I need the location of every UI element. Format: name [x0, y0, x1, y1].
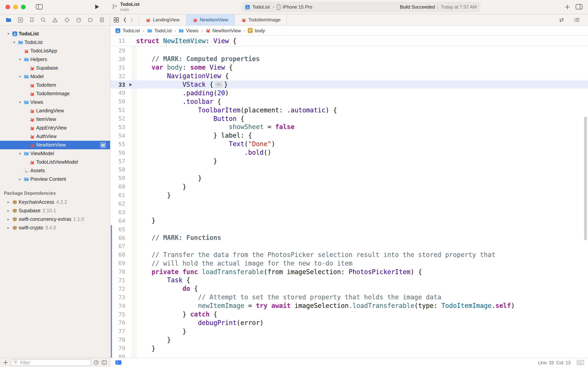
line-number[interactable]: 54 — [110, 133, 128, 139]
line-number[interactable]: 30 — [110, 56, 128, 62]
jumpbar-item-NewItemView[interactable]: NewItemView — [205, 28, 241, 33]
tree-item-LandingView[interactable]: LandingView — [0, 107, 110, 115]
line-number[interactable]: 72 — [110, 286, 128, 292]
line-number[interactable]: 62 — [110, 200, 128, 207]
source-control-navigator-tab[interactable] — [17, 17, 23, 23]
code-line-64[interactable]: 64 } — [110, 217, 588, 225]
code-line-52[interactable]: 52 Button { — [110, 114, 588, 123]
line-number[interactable]: 77 — [110, 328, 128, 334]
fold-ribbon-cell[interactable] — [128, 208, 134, 217]
code-line-77[interactable]: 77 } — [110, 327, 588, 336]
activity-view[interactable]: TodoList › iPhone 15 Pro Build Succeeded… — [241, 2, 481, 12]
line-number[interactable]: 75 — [110, 311, 128, 317]
code-line-58[interactable]: 58 — [110, 166, 588, 174]
code-line-75[interactable]: 75 } catch { — [110, 310, 588, 319]
fold-ribbon-cell[interactable] — [128, 63, 134, 72]
line-number[interactable]: 70 — [110, 269, 128, 275]
code-line-55[interactable]: 55 Text("Done") — [110, 140, 588, 149]
scheme-selector[interactable]: TodoList main — [112, 1, 140, 12]
line-number[interactable]: 29 — [110, 47, 128, 54]
run-button[interactable] — [94, 4, 100, 10]
fold-ribbon-cell[interactable] — [128, 310, 134, 319]
fold-ribbon-cell[interactable] — [128, 259, 134, 268]
line-number[interactable]: 65 — [110, 226, 128, 232]
add-file-button[interactable] — [3, 360, 8, 365]
line-number[interactable]: 66 — [110, 235, 128, 241]
fold-ribbon-cell[interactable] — [128, 157, 134, 166]
line-number[interactable]: 80 — [110, 354, 128, 358]
code-line-63[interactable]: 63 — [110, 208, 588, 217]
tree-item-AppEntryView[interactable]: AppEntryView — [0, 124, 110, 132]
fold-ribbon-cell[interactable] — [128, 80, 134, 89]
tree-item-Helpers[interactable]: ▾Helpers — [0, 55, 110, 64]
code-line-53[interactable]: 53 showSheet = false — [110, 123, 588, 131]
fold-ribbon-cell[interactable] — [128, 217, 134, 225]
bookmarks-navigator-tab[interactable] — [29, 17, 35, 23]
code-line-73[interactable]: 73 // Attempt to set the stored property… — [110, 293, 588, 302]
fold-ribbon-cell[interactable] — [128, 174, 134, 183]
line-number[interactable]: 76 — [110, 320, 128, 326]
folded-code-badge[interactable]: ⋯ — [215, 82, 222, 87]
code-line-69[interactable]: 69 // will hold the actual image for the… — [110, 259, 588, 268]
fold-ribbon-cell[interactable] — [128, 250, 134, 259]
issues-navigator-tab[interactable] — [52, 17, 58, 23]
code-line-57[interactable]: 57 } — [110, 157, 588, 166]
code-line-56[interactable]: 56 .bold() — [110, 148, 588, 157]
fold-ribbon-cell[interactable] — [128, 336, 134, 344]
line-number[interactable]: 71 — [110, 277, 128, 284]
line-number[interactable]: 52 — [110, 116, 128, 122]
disclosure-triangle[interactable]: ▾ — [17, 58, 23, 61]
tree-item-TodoItemImage[interactable]: TodoItemImage — [0, 89, 110, 98]
fold-ribbon-cell[interactable] — [128, 267, 134, 276]
fold-ribbon-cell[interactable] — [128, 191, 134, 200]
code-line-59[interactable]: 59 } — [110, 174, 588, 183]
line-number[interactable]: 61 — [110, 192, 128, 198]
line-number[interactable]: 69 — [110, 260, 128, 266]
fold-ribbon-cell[interactable] — [128, 200, 134, 208]
fold-ribbon-cell[interactable] — [128, 242, 134, 250]
zoom-window-button[interactable] — [21, 5, 26, 9]
tree-item-Supabase[interactable]: Supabase — [0, 64, 110, 72]
disclosure-triangle[interactable]: ▾ — [17, 75, 23, 79]
fold-arrow-icon[interactable] — [129, 83, 132, 86]
line-number[interactable]: 73 — [110, 294, 128, 300]
code-line-60[interactable]: 60 } — [110, 183, 588, 191]
reports-navigator-tab[interactable] — [99, 17, 105, 23]
tree-item-TodoListViewModel[interactable]: TodoListViewModel — [0, 158, 110, 167]
code-line-49[interactable]: 49 .padding(20) — [110, 89, 588, 97]
disclosure-triangle[interactable]: ▸ — [5, 217, 11, 221]
code-line-51[interactable]: 51 ToolbarItem(placement: .automatic) { — [110, 106, 588, 114]
code-line-78[interactable]: 78 } — [110, 336, 588, 344]
debug-navigator-tab[interactable] — [76, 17, 82, 23]
code-line-68[interactable]: 68 // Transfer the data from the PhotosP… — [110, 250, 588, 259]
code-line-62[interactable]: 62 — [110, 200, 588, 208]
minimize-window-button[interactable] — [13, 5, 18, 9]
code-line-66[interactable]: 66 // MARK: Functions — [110, 234, 588, 242]
line-number[interactable]: 50 — [110, 99, 128, 105]
fold-ribbon-cell[interactable] — [128, 97, 134, 106]
breakpoints-navigator-tab[interactable] — [87, 17, 93, 23]
tab-LandingView[interactable]: LandingView — [139, 14, 186, 25]
find-navigator-tab[interactable] — [41, 17, 46, 23]
fold-ribbon-cell[interactable] — [128, 301, 134, 310]
tree-item-Model[interactable]: ▾Model — [0, 72, 110, 81]
disclosure-triangle[interactable]: ▾ — [17, 100, 23, 104]
fold-ribbon-cell[interactable] — [128, 284, 134, 293]
recent-files-filter-button[interactable] — [94, 360, 99, 365]
code-line-50[interactable]: 50 .toolbar { — [110, 97, 588, 106]
line-number[interactable]: 58 — [110, 167, 128, 173]
code-line-71[interactable]: 71 Task { — [110, 276, 588, 284]
tree-item-TodoList[interactable]: ▾TodoList — [0, 38, 110, 47]
line-number[interactable]: 49 — [110, 90, 128, 96]
fold-ribbon-cell[interactable] — [128, 55, 134, 63]
line-number[interactable]: 51 — [110, 107, 128, 113]
disclosure-triangle[interactable]: ▾ — [11, 41, 17, 44]
toggle-inspector-button[interactable] — [576, 4, 583, 10]
line-number[interactable]: 67 — [110, 243, 128, 249]
code-line-11[interactable]: 11struct NewItemView: View { — [110, 36, 588, 46]
code-line-30[interactable]: 30 // MARK: Computed properties — [110, 55, 588, 63]
filter-input[interactable] — [19, 360, 89, 365]
fold-ribbon-cell[interactable] — [128, 344, 134, 353]
fold-ribbon-cell[interactable] — [128, 225, 134, 234]
code-line-76[interactable]: 76 debugPrint(error) — [110, 319, 588, 327]
